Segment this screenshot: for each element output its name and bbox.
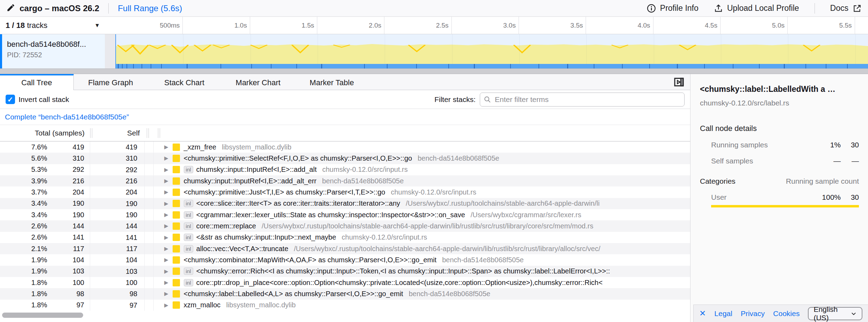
tab-stack-chart[interactable]: Stack Chart	[147, 74, 221, 90]
legal-link[interactable]: Legal	[714, 309, 732, 318]
table-row[interactable]: 5.3%292292▶inlchumsky::input::InputRef<I…	[0, 164, 690, 175]
filter-input[interactable]	[494, 95, 681, 104]
expand-icon[interactable]: ▶	[164, 189, 168, 195]
cpu-activity-graph[interactable]	[115, 34, 868, 68]
total-cell: 7.6%419	[0, 141, 90, 153]
spacer-cell	[145, 266, 154, 277]
column-header-self[interactable]: Self	[92, 129, 147, 137]
track-gridline	[318, 34, 318, 64]
marker-tick	[474, 64, 475, 68]
tab-flame-graph[interactable]: Flame Graph	[74, 74, 147, 90]
total-percent: 2.1%	[0, 245, 47, 253]
self-cell: 100	[90, 277, 145, 288]
total-samples: 419	[47, 143, 90, 151]
function-name: <cgrammar::lexer::lexer_utils::State as …	[196, 211, 465, 219]
full-range-link[interactable]: Full Range (5.6s)	[118, 3, 182, 13]
profile-info-button[interactable]: Profile Info	[647, 3, 699, 13]
marker-tick	[187, 64, 188, 68]
timeline-ruler[interactable]: 500ms1.0s1.5s2.0s2.5s3.0s3.5s4.0s4.5s5.0…	[115, 17, 868, 34]
table-row[interactable]: 3.9%216216▶chumsky::input::InputRef<I,E>…	[0, 175, 690, 186]
expand-icon[interactable]: ▶	[164, 178, 168, 184]
table-row[interactable]: 1.8%100100▶inlcore::ptr::drop_in_place<c…	[0, 277, 690, 288]
expand-icon[interactable]: ▶	[164, 167, 168, 173]
total-samples: 292	[47, 166, 90, 174]
table-row[interactable]: 1.8%9797▶xzm_malloclibsystem_malloc.dyli…	[0, 300, 690, 311]
expand-icon[interactable]: ▶	[164, 268, 168, 275]
expand-icon[interactable]: ▶	[164, 302, 168, 308]
marker-tick	[271, 64, 272, 68]
table-row[interactable]: 3.4%190190▶inl<core::slice::iter::Iter<T…	[0, 198, 690, 209]
markers-strip[interactable]	[116, 64, 868, 68]
table-row[interactable]: 1.9%104104▶<chumsky::combinator::MapWith…	[0, 254, 690, 265]
marker-tick	[133, 64, 134, 68]
inlined-badge: inl	[184, 279, 193, 286]
total-cell: 3.7%204	[0, 186, 90, 198]
total-cell: 1.9%104	[0, 254, 90, 265]
track-label[interactable]: bench-da514e8b068f... PID: 72552	[0, 34, 105, 68]
table-row[interactable]: 7.6%419419▶_xzm_freelibsystem_malloc.dyl…	[0, 141, 690, 153]
library-name: /Users/wybxc/.rustup/toolchains/stable-a…	[294, 245, 600, 253]
expand-icon[interactable]: ▶	[164, 212, 168, 218]
invert-call-stack-checkbox[interactable]: ✓	[6, 95, 15, 104]
tab-call-tree[interactable]: Call Tree	[0, 74, 74, 90]
ruler-gridline	[855, 17, 855, 34]
privacy-link[interactable]: Privacy	[741, 309, 765, 318]
total-percent: 1.8%	[0, 301, 47, 309]
spacer-cell	[145, 243, 154, 254]
breadcrumb-complete-link[interactable]: Complete “bench-da514e8b068f505e”	[5, 113, 129, 121]
total-cell: 1.8%100	[0, 277, 90, 288]
expand-icon[interactable]: ▶	[164, 279, 168, 286]
column-resizer[interactable]	[147, 128, 149, 138]
track-gridline	[586, 34, 587, 64]
table-row[interactable]: 2.6%144144▶inlcore::mem::replace/Users/w…	[0, 220, 690, 232]
library-name: chumsky-0.12.0/src/input.rs	[322, 166, 408, 174]
tree-cell: ▶<chumsky::combinator::MapWith<A,OA,F> a…	[154, 256, 690, 264]
tab-marker-chart[interactable]: Marker Chart	[221, 74, 295, 90]
table-row[interactable]: 3.4%190190▶inl<cgrammar::lexer::lexer_ut…	[0, 209, 690, 220]
table-row[interactable]: 1.8%9898▶<chumsky::label::Labelled<A,L> …	[0, 288, 690, 299]
expand-icon[interactable]: ▶	[164, 200, 168, 207]
cookies-link[interactable]: Cookies	[773, 309, 800, 318]
function-name: <chumsky::label::Labelled<A,L> as chumsk…	[184, 290, 403, 298]
tab-marker-table[interactable]: Marker Table	[295, 74, 369, 90]
edit-name-icon[interactable]	[6, 3, 15, 14]
track-gridline	[251, 34, 251, 64]
scrollbar-thumb[interactable]	[2, 313, 83, 318]
docs-button[interactable]: Docs	[830, 3, 862, 13]
filter-input-box[interactable]	[480, 93, 685, 107]
upload-profile-button[interactable]: Upload Local Profile	[714, 3, 799, 13]
marker-tick	[826, 64, 826, 68]
tracks-dropdown[interactable]: 1 / 18 tracks ▼	[0, 17, 115, 34]
category-color-icon	[173, 144, 180, 151]
table-row[interactable]: 2.6%141141▶inl<&str as chumsky::input::I…	[0, 232, 690, 243]
table-row[interactable]: 2.1%117117▶inlalloc::vec::Vec<T,A>::trun…	[0, 243, 690, 254]
call-tree-rows: 7.6%419419▶_xzm_freelibsystem_malloc.dyl…	[0, 141, 690, 311]
ruler-tick-label: 3.0s	[456, 17, 516, 34]
total-percent: 3.4%	[0, 199, 47, 207]
table-row[interactable]: 5.6%310310▶<chumsky::primitive::SelectRe…	[0, 153, 690, 164]
sidebar-toggle-button[interactable]	[673, 76, 685, 88]
close-icon[interactable]: ✕	[699, 309, 706, 318]
language-select[interactable]: English (US)	[808, 307, 862, 320]
total-cell: 1.9%103	[0, 266, 90, 277]
self-cell: 98	[90, 288, 145, 299]
expand-icon[interactable]: ▶	[164, 223, 168, 229]
tree-cell: ▶<chumsky::label::Labelled<A,L> as chums…	[154, 290, 690, 298]
track-row: bench-da514e8b068f... PID: 72552	[0, 34, 868, 68]
expand-icon[interactable]: ▶	[164, 234, 168, 241]
expand-icon[interactable]: ▶	[164, 144, 168, 150]
expand-icon[interactable]: ▶	[164, 291, 168, 297]
total-percent: 2.6%	[0, 233, 47, 241]
table-row[interactable]: 1.9%103103▶inl<chumsky::error::Rich<<I a…	[0, 266, 690, 277]
column-header-total[interactable]: Total (samples)	[0, 129, 90, 137]
track-gridline	[519, 34, 520, 64]
panel-splitter[interactable]	[0, 68, 868, 74]
expand-icon[interactable]: ▶	[164, 155, 168, 161]
library-name: bench-da514e8b068f505e	[418, 154, 499, 162]
expand-icon[interactable]: ▶	[164, 246, 168, 252]
tree-cell: ▶inlalloc::vec::Vec<T,A>::truncate/Users…	[154, 245, 690, 253]
column-resizer[interactable]	[158, 128, 160, 138]
expand-icon[interactable]: ▶	[164, 257, 168, 263]
total-percent: 1.8%	[0, 279, 47, 287]
table-row[interactable]: 3.7%204204▶<chumsky::primitive::Just<T,I…	[0, 186, 690, 198]
